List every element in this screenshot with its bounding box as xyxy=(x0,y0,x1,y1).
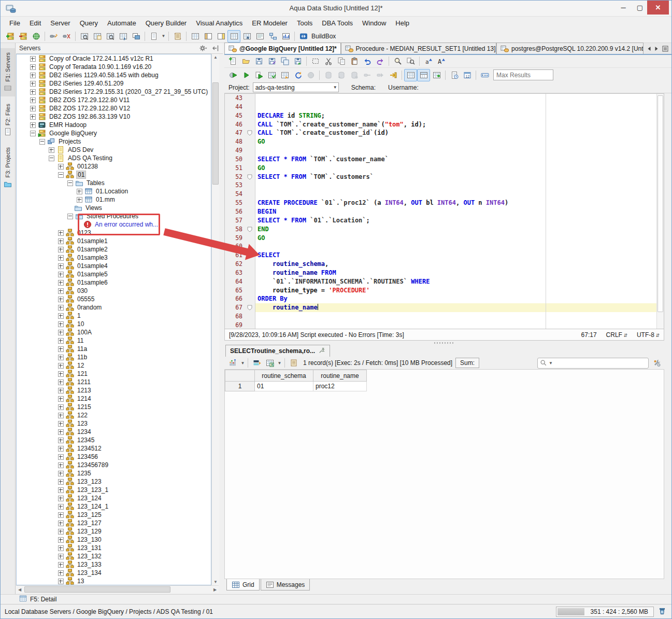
tree-item[interactable]: 11a xyxy=(17,345,211,353)
menu-query-builder[interactable]: Query Builder xyxy=(141,18,191,29)
sidebar-tab-f3-projects[interactable]: F3: Projects xyxy=(1,143,15,192)
menu-window[interactable]: Window xyxy=(358,18,391,29)
code-line-52[interactable]: 52SELECT * FROM `TOM`.`customers` xyxy=(225,173,664,181)
menu-dba-tools[interactable]: DBA Tools xyxy=(317,18,358,29)
code-line-60[interactable]: 60 xyxy=(225,242,664,251)
tree-item[interactable]: DB2 ZOS 172.29.122.80 V11 xyxy=(17,96,211,104)
tree-item[interactable]: 123 xyxy=(17,419,211,428)
layout-left-panel-icon[interactable] xyxy=(202,30,215,43)
expand-icon[interactable] xyxy=(58,363,64,369)
code-line-51[interactable]: 51GO xyxy=(225,164,664,173)
query-window-icon[interactable] xyxy=(91,30,104,43)
expand-icon[interactable] xyxy=(58,504,64,510)
cut-icon[interactable] xyxy=(322,55,335,67)
tree-item[interactable]: 01 xyxy=(17,171,211,179)
expand-icon[interactable] xyxy=(58,570,64,576)
result-set-tab[interactable]: SELECTroutine_schema,ro... xyxy=(225,345,330,357)
expand-icon[interactable] xyxy=(58,313,64,319)
expand-icon[interactable] xyxy=(30,89,36,95)
detail-bar[interactable]: F5: Detail xyxy=(1,594,671,604)
find-selected-icon[interactable] xyxy=(404,55,417,67)
document-tab-2[interactable]: Procedure - MEDIAN_RESULT_SET1 [Untitled… xyxy=(341,43,496,54)
minimize-button[interactable]: ─ xyxy=(615,1,632,15)
maximize-button[interactable]: ▢ xyxy=(632,1,648,15)
layout-chart-icon[interactable] xyxy=(279,30,292,43)
tree-vscroll-thumb[interactable] xyxy=(212,82,219,185)
tab-list-icon[interactable] xyxy=(662,46,668,52)
scroll-right-icon[interactable]: ▶ xyxy=(212,587,218,592)
column-header-routine_name[interactable]: routine_name xyxy=(313,370,367,382)
schedule-icon[interactable]: 12 xyxy=(461,69,474,81)
expand-icon[interactable] xyxy=(77,189,82,194)
tree-item[interactable]: 123456 xyxy=(17,453,211,461)
tree-item[interactable]: DB2 ZOS 172.29.122.80 V12 xyxy=(17,104,211,112)
execute-explain-icon[interactable] xyxy=(278,69,291,81)
results-pane-icon[interactable] xyxy=(417,69,430,81)
menu-visual-analytics[interactable]: Visual Analytics xyxy=(191,18,247,29)
menu-file[interactable]: File xyxy=(5,18,25,29)
sql-editor[interactable]: 434445DECLARE id STRING;46CALL `TOM`.`cr… xyxy=(224,93,664,329)
collapse-icon[interactable] xyxy=(49,156,54,161)
document-menu-icon[interactable] xyxy=(147,30,160,43)
expand-icon[interactable] xyxy=(58,379,64,385)
layout-right-panel-icon[interactable] xyxy=(215,30,227,43)
tree-item[interactable]: 123_124 xyxy=(17,494,211,502)
menu-er-modeler[interactable]: ER Modeler xyxy=(247,18,292,29)
layout-diagram-icon[interactable] xyxy=(266,30,279,43)
tree-item[interactable]: 123_131 xyxy=(17,544,211,552)
results-splitter[interactable] xyxy=(224,341,664,345)
refresh-icon[interactable] xyxy=(291,69,304,81)
menu-query[interactable]: Query xyxy=(75,18,103,29)
max-results-input[interactable] xyxy=(493,69,553,80)
code-line-47[interactable]: 47CALL `TOM`.`create_customer_id`(id) xyxy=(225,129,664,137)
menu-automate[interactable]: Automate xyxy=(103,18,141,29)
tree-vertical-scrollbar[interactable]: ▲ ▼ xyxy=(211,54,219,585)
layout-grid-icon[interactable] xyxy=(189,30,202,43)
scroll-up-icon[interactable]: ▲ xyxy=(212,55,219,60)
tree-item[interactable]: 123_130 xyxy=(17,536,211,544)
expand-icon[interactable] xyxy=(58,355,64,360)
tree-item[interactable]: 01sample4 xyxy=(17,262,211,270)
undo-icon[interactable] xyxy=(361,55,374,67)
tree-item[interactable]: 123_133 xyxy=(17,560,211,569)
expand-icon[interactable] xyxy=(58,512,64,518)
results-rows-icon[interactable] xyxy=(430,69,443,81)
new-file-icon[interactable] xyxy=(226,55,239,67)
close-button[interactable]: ✕ xyxy=(647,1,669,15)
expand-icon[interactable] xyxy=(30,106,36,111)
tree-item[interactable]: 122 xyxy=(17,411,211,419)
tree-item[interactable]: 01sample5 xyxy=(17,270,211,278)
tree-item[interactable]: Copy of Oracle 172.24.1.145 v12c R1 xyxy=(17,54,211,63)
expand-icon[interactable] xyxy=(58,346,64,352)
menu-edit[interactable]: Edit xyxy=(25,18,46,29)
expand-icon[interactable] xyxy=(58,487,64,493)
scroll-down-icon[interactable]: ▼ xyxy=(212,580,219,584)
layout-windows-icon[interactable] xyxy=(240,30,253,43)
tree-item-error[interactable]: An error occurred wh... xyxy=(17,220,211,229)
query-transfer-icon[interactable] xyxy=(117,30,130,43)
tree-item[interactable]: DB2 ZOS 192.86.33.139 V10 xyxy=(17,112,211,121)
expand-icon[interactable] xyxy=(58,330,64,335)
expand-icon[interactable] xyxy=(58,462,64,468)
code-line-59[interactable]: 59GO xyxy=(225,234,664,243)
tree-item[interactable]: Views xyxy=(17,204,211,212)
tree-item[interactable]: 01sample1 xyxy=(17,237,211,245)
collapse-icon[interactable] xyxy=(30,131,36,136)
unregister-server-icon[interactable] xyxy=(17,30,30,43)
tree-item[interactable]: 123_123 xyxy=(17,477,211,486)
expand-icon[interactable] xyxy=(30,97,36,103)
expand-icon[interactable] xyxy=(30,114,36,120)
dropdown-arrow-icon[interactable]: ▼ xyxy=(239,357,246,369)
register-server-icon[interactable] xyxy=(4,30,17,43)
data-compare-icon[interactable] xyxy=(130,30,142,43)
encoding-select[interactable]: UTF-8 ⇵ xyxy=(637,331,660,339)
expand-icon[interactable] xyxy=(58,537,64,543)
code-line-53[interactable]: 53 xyxy=(225,181,664,190)
tree-item[interactable]: 12 xyxy=(17,361,211,370)
tree-item[interactable]: Projects xyxy=(17,137,211,146)
font-increase-icon[interactable]: a xyxy=(422,55,435,67)
code-line-45[interactable]: 45DECLARE id STRING; xyxy=(225,111,664,120)
collapse-icon[interactable] xyxy=(67,214,73,219)
sidebar-tab-f2-files[interactable]: F2: Files xyxy=(1,100,15,140)
layout-full-icon[interactable] xyxy=(227,30,240,43)
